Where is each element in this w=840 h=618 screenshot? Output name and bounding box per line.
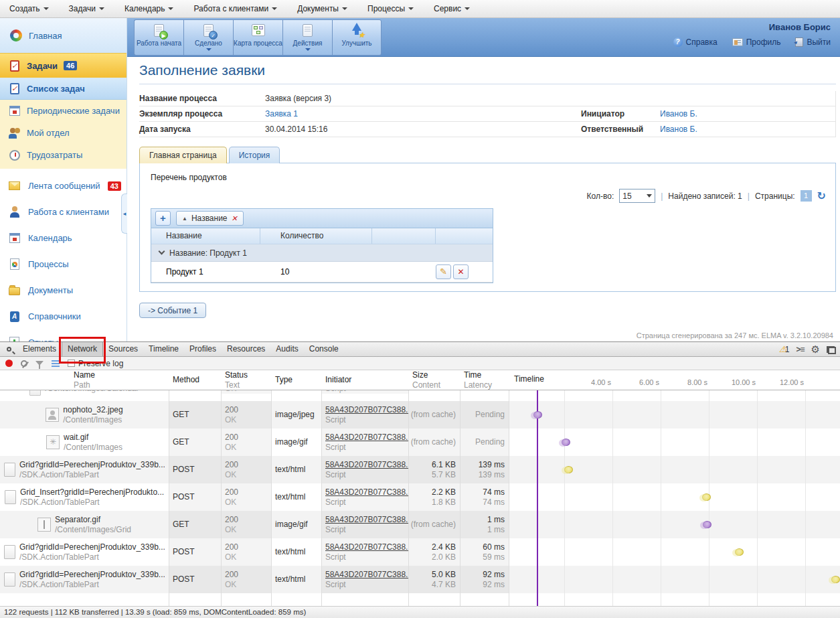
column-time[interactable]: TimeLatency: [460, 370, 509, 390]
initiator-link[interactable]: 58A43D207B077C388...: [325, 433, 404, 443]
grid-pager: Кол-во: 15 | Найдено записей: 1 | Страни…: [151, 189, 826, 203]
process-map-icon: [252, 22, 265, 38]
process-instance-link[interactable]: Заявка 1: [265, 109, 298, 119]
sidebar-item-documents[interactable]: Документы: [0, 277, 127, 303]
column-method[interactable]: Method: [169, 370, 221, 390]
column-header-empty: [436, 228, 493, 244]
logout-link[interactable]: Выйти: [795, 37, 831, 47]
devtools-tab-timeline[interactable]: Timeline: [143, 342, 184, 356]
initiator-link[interactable]: 58A43D207B077C388...: [325, 515, 404, 525]
column-name[interactable]: NamePath: [0, 370, 169, 390]
sidebar-item-reports[interactable]: Отчеты: [0, 329, 127, 341]
main-tab-panel: Перечень продуктов Кол-во: 15 | Найдено …: [139, 163, 836, 292]
sidebar-item-calendar[interactable]: Календарь: [0, 225, 127, 251]
initiator-link[interactable]: Иванов Б.: [660, 109, 697, 119]
tab-main-page[interactable]: Главная страница: [139, 147, 227, 163]
menu-service[interactable]: Сервис: [434, 4, 470, 13]
sidebar-item-tasks[interactable]: ✓ Задачи 46: [0, 53, 127, 78]
large-rows-icon[interactable]: [52, 360, 60, 367]
warnings-indicator[interactable]: ⚠ 1: [779, 344, 790, 354]
request-row[interactable]: Grid?gridId=PerechenjProduktov_339b.../S…: [0, 456, 840, 483]
column-status[interactable]: StatusText: [221, 370, 271, 390]
request-row[interactable]: ✳wait.gif/Content/Images GET 200OK image…: [0, 429, 840, 456]
sidebar-item-processes[interactable]: Процессы: [0, 251, 127, 277]
improve-button[interactable]: ★ Улучшить: [332, 19, 382, 56]
sidebar-item-time-costs[interactable]: Трудозатраты: [0, 144, 127, 166]
field-label: Инициатор: [581, 109, 660, 119]
sidebar-item-references[interactable]: A Справочники: [0, 303, 127, 329]
initiator-link[interactable]: 58A43D207B077C388...: [325, 542, 404, 552]
devtools-tab-elements[interactable]: Elements: [17, 342, 62, 356]
group-row[interactable]: Название: Продукт 1: [151, 244, 493, 262]
sidebar-item-clients[interactable]: Работа с клиентами: [0, 199, 127, 225]
department-icon: [8, 127, 21, 139]
clear-icon[interactable]: [21, 360, 27, 367]
devtools-tab-console[interactable]: Console: [304, 342, 344, 356]
menu-clients[interactable]: Работа с клиентами: [193, 4, 277, 13]
search-icon[interactable]: [0, 347, 17, 352]
request-row[interactable]: nophoto_32.jpeg/Content/Images GET 200OK…: [0, 401, 840, 429]
responsible-link[interactable]: Иванов Б.: [660, 125, 697, 134]
sidebar-item-periodic-tasks[interactable]: Периодические задачи: [0, 100, 127, 122]
initiator-link[interactable]: 58A43D207B077C388...: [325, 487, 404, 497]
column-type[interactable]: Type: [271, 370, 321, 390]
console-drawer-icon[interactable]: >≡: [796, 345, 805, 354]
group-by-chip[interactable]: ▲ Название ✕: [176, 211, 244, 226]
profile-link[interactable]: Профиль: [732, 37, 781, 47]
request-row-partial[interactable]: /Content/Images/Calendar OK Script: [0, 390, 840, 401]
menu-processes[interactable]: Процессы: [367, 4, 414, 13]
column-size[interactable]: SizeContent: [408, 370, 460, 390]
request-row[interactable]: Grid?gridId=PerechenjProduktov_339b.../S…: [0, 566, 840, 593]
tab-history[interactable]: История: [229, 147, 280, 163]
record-button[interactable]: [5, 360, 13, 367]
request-row[interactable]: Grid?gridId=PerechenjProduktov_339b.../S…: [0, 538, 840, 566]
help-link[interactable]: ?Справка: [673, 37, 718, 47]
chevron-down-icon: [99, 7, 104, 10]
refresh-icon[interactable]: ↻: [817, 191, 826, 202]
actions-button[interactable]: Действия: [282, 19, 332, 56]
done-button[interactable]: ✓ Сделано: [183, 19, 233, 56]
devtools-tab-profiles[interactable]: Profiles: [184, 342, 222, 356]
process-name-value: Заявка (версия 3): [265, 94, 835, 103]
preserve-log-checkbox[interactable]: [68, 360, 75, 367]
product-qty-cell: 10: [260, 267, 372, 277]
work-started-button[interactable]: ▶ Работа начата: [134, 19, 183, 56]
gear-icon[interactable]: ⚙: [811, 343, 820, 356]
sidebar-item-task-list[interactable]: ✓ Список задач: [0, 78, 127, 100]
process-map-button[interactable]: Карта процесса: [233, 19, 282, 56]
remove-grouping-icon[interactable]: ✕: [232, 214, 238, 223]
menu-documents[interactable]: Документы: [297, 4, 347, 13]
edit-row-button[interactable]: ✎: [436, 264, 451, 279]
request-row[interactable]: Grid_Insert?gridId=PerechenjProdukto.../…: [0, 483, 840, 511]
delete-row-button[interactable]: ✕: [453, 264, 469, 279]
request-row[interactable]: Separator.gif/Content/Images/Grid GET 20…: [0, 511, 840, 538]
process-toolbar-band: ▶ Работа начата ✓ Сделано Карта процесса: [127, 18, 840, 57]
devtools-tab-sources[interactable]: Sources: [103, 342, 143, 356]
add-row-button[interactable]: +: [155, 211, 171, 226]
logout-icon: [795, 37, 803, 47]
event-1-button[interactable]: -> Событие 1: [139, 303, 206, 318]
chevron-down-icon: [305, 48, 311, 51]
initiator-link[interactable]: 58A43D207B077C388...: [325, 570, 404, 580]
dock-window-icon[interactable]: [827, 346, 835, 353]
devtools-tab-audits[interactable]: Audits: [270, 342, 303, 356]
devtools-tab-network[interactable]: Network: [62, 342, 103, 356]
filter-icon[interactable]: [35, 361, 44, 366]
page-number-button[interactable]: 1: [801, 190, 812, 202]
initiator-link[interactable]: 58A43D207B077C388...: [325, 405, 404, 415]
devtools-tab-resources[interactable]: Resources: [222, 342, 270, 356]
column-initiator[interactable]: Initiator: [321, 370, 408, 390]
tasks-count-badge: 46: [64, 61, 77, 70]
column-timeline[interactable]: Timeline 4.00 s 6.00 s 8.00 s 10.00 s 12…: [509, 370, 840, 390]
column-header-name[interactable]: Название: [151, 228, 260, 244]
sidebar-item-my-department[interactable]: Мой отдел: [0, 122, 127, 144]
sidebar-item-message-feed[interactable]: Лента сообщений 43: [0, 173, 127, 199]
menu-create[interactable]: Создать: [9, 4, 49, 13]
sidebar-item-home[interactable]: Главная: [0, 18, 127, 53]
column-header-quantity[interactable]: Количество: [260, 228, 372, 244]
sidebar-collapse-handle[interactable]: ◂: [121, 194, 127, 234]
initiator-link[interactable]: 58A43D207B077C388...: [325, 460, 404, 470]
menu-calendar[interactable]: Календарь: [124, 4, 174, 13]
menu-tasks[interactable]: Задачи: [69, 4, 104, 13]
page-size-select[interactable]: 15: [619, 189, 655, 203]
